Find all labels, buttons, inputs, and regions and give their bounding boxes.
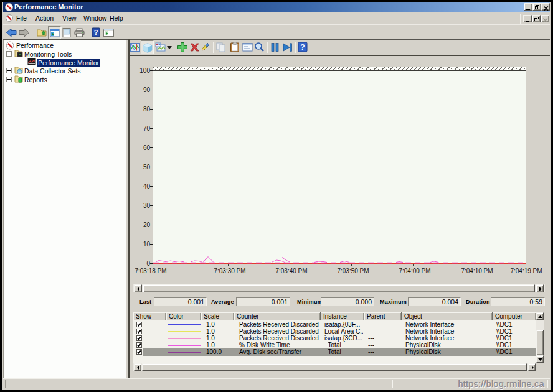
svg-text:?: ?	[300, 43, 305, 52]
svg-text:?: ?	[94, 29, 98, 36]
